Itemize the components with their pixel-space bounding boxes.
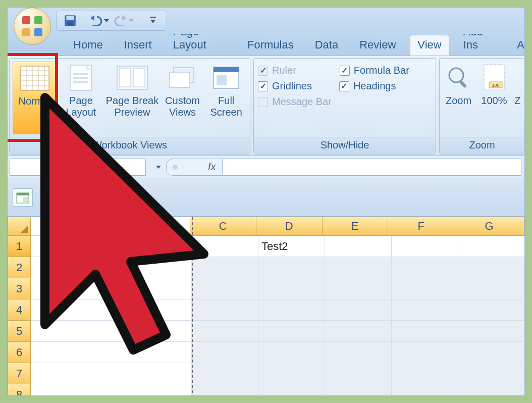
normal-view-button[interactable]: Normal: [13, 62, 57, 134]
cell[interactable]: [192, 384, 258, 396]
page-break-preview-button[interactable]: Page Break Preview: [105, 62, 159, 134]
cell[interactable]: [392, 363, 458, 384]
name-box-dropdown[interactable]: [149, 159, 166, 176]
cell[interactable]: [192, 236, 258, 257]
fx-label[interactable]: fx: [208, 161, 216, 173]
cell[interactable]: [325, 236, 392, 257]
cell[interactable]: [458, 321, 524, 342]
cell[interactable]: [325, 363, 392, 384]
cell[interactable]: [31, 342, 192, 363]
full-screen-button[interactable]: Full Screen: [205, 62, 247, 134]
cell[interactable]: [458, 299, 524, 321]
cell[interactable]: [458, 363, 524, 384]
cell[interactable]: [192, 321, 258, 342]
cell[interactable]: [31, 384, 192, 396]
column-header-g[interactable]: G: [454, 217, 524, 236]
row-header-1[interactable]: 1: [8, 236, 31, 257]
cell[interactable]: [31, 257, 192, 278]
cell[interactable]: [458, 384, 524, 396]
zoom-100-button[interactable]: 100 100%: [477, 62, 510, 134]
group-zoom: Zoom 100 100% Z Zoom: [439, 58, 525, 155]
cell[interactable]: [31, 278, 192, 299]
save-button[interactable]: [62, 13, 79, 28]
undo-button[interactable]: [89, 13, 109, 28]
cell[interactable]: [392, 384, 458, 396]
cell[interactable]: [392, 278, 458, 299]
cell[interactable]: [325, 321, 392, 342]
column-header-c[interactable]: C: [190, 217, 256, 236]
column-header-left-pane[interactable]: [31, 217, 190, 236]
cell[interactable]: [325, 384, 392, 396]
cell[interactable]: [192, 363, 258, 384]
cell[interactable]: Test2: [258, 236, 325, 257]
cell[interactable]: [458, 342, 524, 363]
cell[interactable]: [258, 342, 325, 363]
tab-data[interactable]: Data: [308, 35, 345, 56]
page-layout-button[interactable]: Page Layout: [59, 62, 103, 134]
office-button[interactable]: [14, 8, 51, 45]
cell[interactable]: [325, 299, 392, 321]
gridlines-checkbox[interactable]: Gridlines: [258, 80, 312, 92]
cell[interactable]: [31, 299, 192, 321]
name-box[interactable]: [10, 159, 146, 176]
tab-truncated[interactable]: A: [510, 35, 524, 56]
svg-rect-23: [214, 67, 239, 72]
column-header-f[interactable]: F: [388, 217, 454, 236]
tab-home[interactable]: Home: [66, 35, 110, 56]
row-header-4[interactable]: 4: [8, 299, 31, 321]
redo-button[interactable]: [114, 13, 134, 28]
cell[interactable]: [392, 236, 458, 257]
row-header-2[interactable]: 2: [8, 257, 31, 278]
cell[interactable]: [31, 236, 192, 257]
cell[interactable]: [392, 321, 458, 342]
tab-view[interactable]: View: [410, 35, 449, 56]
cell[interactable]: [325, 342, 392, 363]
row-header-3[interactable]: 3: [8, 278, 31, 299]
cancel-icon[interactable]: [173, 165, 178, 170]
cell[interactable]: [31, 321, 192, 342]
row-header-8[interactable]: 8: [8, 384, 31, 396]
cell[interactable]: [325, 257, 392, 278]
cell[interactable]: [458, 278, 524, 299]
row-header-6[interactable]: 6: [8, 342, 31, 363]
formula-input[interactable]: [223, 159, 521, 176]
column-header-d[interactable]: D: [256, 217, 323, 236]
cell[interactable]: [258, 278, 325, 299]
row-header-7[interactable]: 7: [8, 363, 31, 384]
cell[interactable]: [392, 257, 458, 278]
column-header-e[interactable]: E: [323, 217, 389, 236]
cell[interactable]: [258, 384, 325, 396]
cell[interactable]: [258, 321, 325, 342]
tab-insert[interactable]: Insert: [117, 35, 159, 56]
row-header-5[interactable]: 5: [8, 321, 31, 342]
qat-customize-button[interactable]: [144, 13, 162, 28]
cell[interactable]: [192, 299, 258, 321]
cell[interactable]: [31, 363, 192, 384]
tab-review[interactable]: Review: [352, 35, 403, 56]
formula-bar-checkbox[interactable]: Formula Bar: [340, 65, 409, 76]
zoom-button[interactable]: Zoom: [442, 62, 475, 134]
zoom-to-selection-button[interactable]: Z: [513, 62, 522, 134]
headings-checkbox[interactable]: Headings: [339, 80, 396, 92]
cell[interactable]: [258, 363, 325, 384]
cell[interactable]: [192, 257, 258, 278]
cell[interactable]: [192, 342, 258, 363]
cell[interactable]: [458, 236, 524, 257]
worksheet[interactable]: C D E F G 1 2 3 4 5 6 7 8 Test2: [8, 217, 524, 396]
cell[interactable]: [258, 257, 325, 278]
cell[interactable]: [325, 278, 392, 299]
custom-views-button[interactable]: Custom Views: [162, 62, 204, 134]
cell[interactable]: [392, 342, 458, 363]
cell[interactable]: [392, 299, 458, 321]
custom-views-label: Custom Views: [162, 95, 204, 118]
select-all-corner[interactable]: [8, 217, 31, 236]
cell[interactable]: [458, 257, 524, 278]
normal-view-label: Normal: [19, 95, 51, 107]
tab-formulas[interactable]: Formulas: [240, 35, 301, 56]
cell[interactable]: [258, 299, 325, 321]
svg-point-25: [449, 68, 463, 82]
cell[interactable]: [192, 278, 258, 299]
workbook-icon[interactable]: [13, 188, 33, 207]
cells-area[interactable]: Test2: [31, 236, 524, 396]
message-bar-checkbox: Message Bar: [258, 96, 332, 108]
